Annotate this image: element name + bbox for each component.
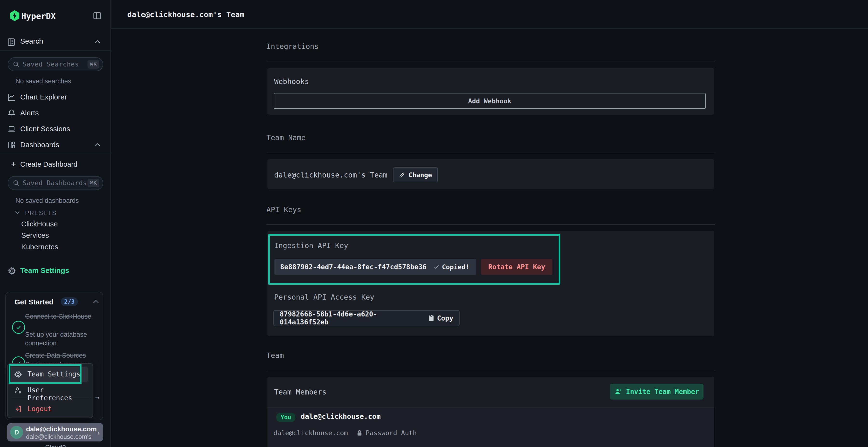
- section-title-team: Team: [267, 351, 284, 359]
- chevron-right-icon: ›: [97, 428, 100, 437]
- section-divider: [267, 371, 715, 371]
- cmd-k-shortcut: ⌘K: [88, 179, 99, 187]
- logo-row: HyperDX: [0, 0, 111, 31]
- brand-name: HyperDX: [21, 11, 56, 21]
- chevron-up-icon: [94, 39, 101, 44]
- sidebar-item-team-settings[interactable]: Team Settings: [0, 264, 111, 279]
- nav-label: Dashboards: [20, 141, 59, 149]
- preset-services[interactable]: Services: [21, 231, 49, 239]
- preset-clickhouse[interactable]: ClickHouse: [21, 220, 58, 228]
- menu-logout-label: Logout: [28, 405, 52, 413]
- user-plus-icon: [614, 388, 622, 396]
- plus-icon: +: [11, 160, 16, 169]
- api-keys-card: Ingestion API Key 8e887902-4ed7-44ea-8fe…: [268, 231, 714, 336]
- sidebar: HyperDX Search Saved Searches ⌘K No save…: [0, 0, 111, 447]
- you-badge: You: [276, 413, 296, 422]
- check-icon: [433, 264, 439, 270]
- menu-item-logout[interactable]: Logout: [10, 401, 88, 417]
- search-icon: [12, 61, 20, 68]
- hyperdx-team-settings-screen: HyperDX Search Saved Searches ⌘K No save…: [0, 0, 868, 447]
- auth-method: Password Auth: [366, 429, 416, 437]
- ingestion-api-key-value: 8e887902-4ed7-44ea-8fec-f47cd578be36: [280, 263, 427, 271]
- team-member-row: You dale@clickhouse.com dale@clickhouse.…: [268, 408, 714, 447]
- sidebar-collapse-icon[interactable]: [93, 11, 102, 21]
- menu-divider: [11, 398, 90, 398]
- sidebar-item-dashboards[interactable]: Dashboards: [0, 137, 111, 153]
- clipped-bottom-text: Cloud?: [0, 444, 111, 447]
- rotate-api-key-button[interactable]: Rotate API Key: [481, 259, 552, 275]
- member-details: dale@clickhouse.com Password Auth: [273, 429, 416, 437]
- section-divider: [267, 61, 715, 61]
- saved-dashboards-input[interactable]: Saved Dashboards ⌘K: [8, 176, 103, 190]
- line-chart-icon: [7, 93, 16, 102]
- invite-button-label: Invite Team Member: [626, 388, 699, 396]
- bell-icon: [7, 109, 16, 117]
- user-context-menu: Team Settings User Preferences Logout: [7, 363, 93, 418]
- menu-item-user-preferences[interactable]: User Preferences: [10, 382, 88, 398]
- lock-icon: [356, 429, 362, 437]
- invite-team-member-button[interactable]: Invite Team Member: [610, 384, 704, 400]
- get-started-item-title[interactable]: Connect to ClickHouse: [25, 312, 97, 321]
- user-gear-icon: [14, 386, 22, 394]
- get-started-item-subtitle: Set up your database connection: [25, 330, 100, 347]
- sidebar-item-alerts[interactable]: Alerts: [0, 105, 111, 122]
- laptop-icon: [7, 125, 16, 133]
- presets-toggle[interactable]: [14, 209, 21, 216]
- copied-label: Copied!: [442, 263, 469, 271]
- check-circle-icon: [12, 321, 25, 334]
- sidebar-item-chart-explorer[interactable]: Chart Explorer: [0, 90, 111, 105]
- avatar: D: [10, 426, 23, 439]
- nav-label: Chart Explorer: [20, 93, 67, 101]
- preset-kubernetes[interactable]: Kubernetes: [21, 243, 58, 251]
- personal-api-key-chip[interactable]: 87982668-58b1-4d6e-a620-014a136f52eb Cop…: [273, 310, 460, 326]
- sidebar-divider: [0, 153, 111, 154]
- presets-label: PRESETS: [25, 209, 57, 216]
- copy-action[interactable]: Copy: [428, 314, 453, 322]
- search-section-header[interactable]: Search: [0, 34, 111, 50]
- team-settings-label: Team Settings: [20, 266, 69, 275]
- team-members-label: Team Members: [274, 388, 327, 396]
- pencil-icon: [399, 171, 406, 178]
- no-saved-dashboards-note: No saved dashboards: [16, 197, 79, 204]
- saved-dashboards-placeholder: Saved Dashboards: [23, 179, 88, 187]
- hyperdx-logo-icon: [10, 10, 20, 21]
- logout-icon: [14, 405, 22, 413]
- section-title-team-name: Team Name: [267, 133, 306, 142]
- page-header: dale@clickhouse.com's Team: [112, 0, 868, 29]
- webhooks-card: Webhooks Add Webhook: [268, 68, 714, 115]
- user-profile-button[interactable]: D dale@clickhouse.com dale@clickhouse.co…: [7, 423, 103, 442]
- menu-team-settings-label: Team Settings: [28, 370, 80, 378]
- ingestion-api-key-chip: 8e887902-4ed7-44ea-8fec-f47cd578be36 Cop…: [274, 259, 476, 275]
- gear-icon: [14, 370, 22, 379]
- create-dashboard-button[interactable]: + Create Dashboard: [0, 157, 111, 173]
- nav-label: Alerts: [20, 109, 39, 117]
- page-title: dale@clickhouse.com's Team: [127, 10, 244, 19]
- get-started-item-title[interactable]: Create Data Sources: [25, 351, 97, 360]
- dashboard-grid-icon: [7, 141, 16, 149]
- user-email: dale@clickhouse.com: [26, 425, 97, 433]
- copied-indicator: Copied!: [433, 263, 469, 271]
- chevron-up-icon: [94, 143, 101, 147]
- get-started-progress-badge: 2/3: [61, 298, 78, 306]
- menu-user-preferences-label: User Preferences: [28, 386, 88, 402]
- gear-icon: [7, 266, 17, 276]
- ingestion-api-key-label: Ingestion API Key: [274, 241, 348, 250]
- add-webhook-button[interactable]: Add Webhook: [274, 93, 706, 109]
- no-saved-searches-note: No saved searches: [16, 77, 71, 85]
- saved-searches-input[interactable]: Saved Searches ⌘K: [8, 57, 103, 71]
- search-section-label: Search: [20, 37, 43, 45]
- menu-item-team-settings[interactable]: Team Settings: [10, 367, 88, 382]
- section-title-api-keys: API Keys: [267, 205, 301, 214]
- member-email: dale@clickhouse.com: [273, 429, 348, 437]
- change-team-name-button[interactable]: Change: [393, 167, 438, 182]
- team-name-card: dale@clickhouse.com's Team Change: [268, 159, 714, 189]
- arrow-right-icon: →: [95, 393, 99, 402]
- webhooks-label: Webhooks: [274, 77, 309, 86]
- personal-api-key-value: 87982668-58b1-4d6e-a620-014a136f52eb: [280, 310, 423, 326]
- personal-api-key-label: Personal API Access Key: [274, 293, 374, 301]
- sidebar-item-client-sessions[interactable]: Client Sessions: [0, 122, 111, 137]
- chevron-up-icon[interactable]: [93, 299, 99, 304]
- section-title-integrations: Integrations: [267, 42, 319, 50]
- member-name: dale@clickhouse.com: [301, 412, 381, 420]
- search-icon: [12, 179, 20, 187]
